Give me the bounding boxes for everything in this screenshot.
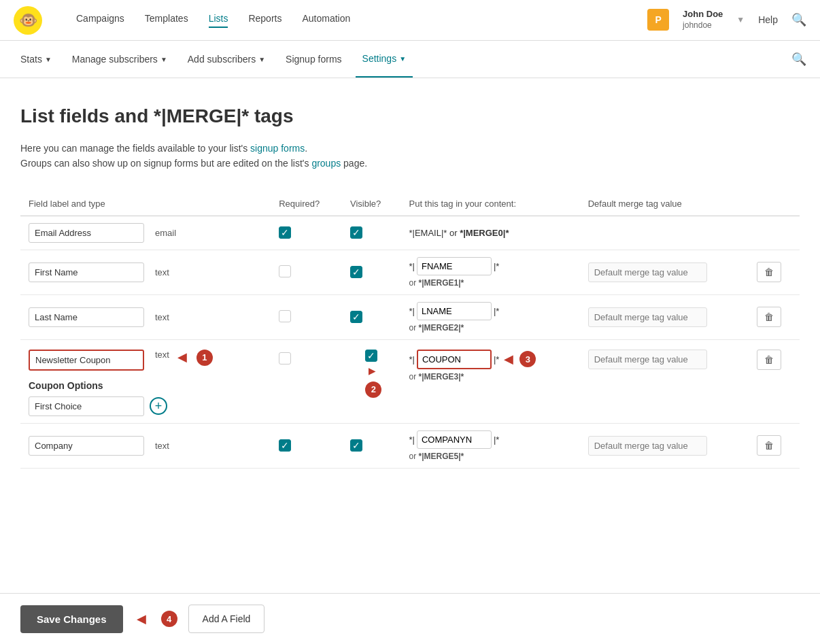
coupon-field-input[interactable]: [29, 350, 144, 371]
top-navigation: 🐵 Campaigns Templates Lists Reports Auto…: [0, 0, 820, 41]
chevron-down-icon: ▼: [399, 55, 406, 63]
coupon-first-choice-input[interactable]: [29, 396, 144, 416]
fname-delete-button[interactable]: 🗑: [757, 262, 781, 282]
fname-default-input[interactable]: [588, 262, 707, 282]
logo-area: 🐵: [14, 6, 56, 35]
lname-merge-tag-cell: *| |* or *|MERGE2|*: [401, 294, 580, 339]
arrow-up-icon: ▲: [366, 365, 380, 377]
page-description: Here you can manage the fields available…: [20, 141, 800, 171]
coupon-default-input[interactable]: [588, 350, 707, 369]
nav-reports[interactable]: Reports: [248, 13, 281, 28]
col-required: Required?: [271, 192, 342, 216]
lname-required-checkbox[interactable]: [279, 310, 291, 322]
nav-templates[interactable]: Templates: [145, 13, 188, 28]
page-title: List fields and *|MERGE|* tags: [20, 105, 800, 127]
search-icon[interactable]: 🔍: [791, 52, 806, 67]
company-field-type: text: [155, 441, 169, 451]
email-visible-checkbox[interactable]: ✓: [350, 226, 362, 239]
col-merge-tag: Put this tag in your content:: [401, 192, 580, 216]
coupon-options-label: Coupon Options: [29, 380, 262, 391]
email-merge-tag-cell: *|EMAIL|* or *|MERGE0|*: [401, 216, 580, 250]
company-field-input[interactable]: [29, 436, 144, 456]
table-row: text ✓ *| |* or *|MERGE1|*: [20, 250, 800, 294]
user-name: John Doe: [683, 9, 723, 20]
company-default-input[interactable]: [588, 436, 707, 456]
chevron-down-icon: ▼: [160, 56, 167, 63]
lname-delete-button[interactable]: 🗑: [757, 307, 781, 327]
table-row: text ◀ 1 Coupon Options +: [20, 339, 800, 423]
fname-merge-tag-cell: *| |* or *|MERGE1|*: [401, 250, 580, 294]
signup-forms-link[interactable]: signup forms: [250, 143, 305, 154]
user-avatar[interactable]: P: [647, 9, 669, 31]
col-visible: Visible?: [342, 192, 400, 216]
coupon-options-section: Coupon Options +: [29, 380, 262, 416]
lname-field-cell: text: [20, 294, 271, 339]
email-field-type: email: [155, 228, 176, 238]
mailchimp-logo[interactable]: 🐵: [14, 6, 42, 35]
company-merge-tag-cell: *| |* or *|MERGE5|*: [401, 423, 580, 468]
coupon-visible-checkbox[interactable]: ✓: [365, 350, 377, 362]
top-nav-right: P John Doe johndoe ▼ Help 🔍: [647, 9, 806, 31]
table-row: text ✓ ✓ *| |* or *|MERGE5|*: [20, 423, 800, 468]
badge-2: 2: [365, 382, 381, 398]
badge-3: 3: [519, 351, 536, 367]
company-field-cell: text: [20, 423, 271, 468]
subnav-manage-subscribers[interactable]: Manage subscribers ▼: [65, 41, 174, 77]
col-default-value: Default merge tag value: [580, 192, 749, 216]
sub-navigation: Stats ▼ Manage subscribers ▼ Add subscri…: [0, 41, 820, 78]
coupon-required-checkbox[interactable]: [279, 352, 291, 365]
fname-field-cell: text: [20, 250, 271, 294]
coupon-merge-tag-input[interactable]: [417, 350, 492, 369]
col-field-label: Field label and type: [20, 192, 271, 216]
lname-default-input[interactable]: [588, 307, 707, 327]
company-required-checkbox[interactable]: ✓: [279, 439, 291, 452]
coupon-field-cell: text ◀ 1 Coupon Options +: [20, 339, 271, 423]
user-info: John Doe johndoe: [683, 9, 723, 31]
subnav-add-subscribers[interactable]: Add subscribers ▼: [181, 41, 272, 77]
subnav-stats[interactable]: Stats ▼: [14, 41, 58, 77]
fname-merge-tag-input[interactable]: [417, 257, 492, 275]
fname-field-input[interactable]: [29, 262, 144, 282]
help-link[interactable]: Help: [758, 14, 778, 25]
arrow-right-icon: ◀: [504, 352, 513, 367]
nav-automation[interactable]: Automation: [302, 13, 350, 28]
fields-table: Field label and type Required? Visible? …: [20, 192, 800, 469]
chevron-down-icon: ▼: [258, 56, 265, 63]
fname-field-type: text: [155, 267, 169, 277]
table-row: text ✓ *| |* or *|MERGE2|*: [20, 294, 800, 339]
coupon-merge-tag-cell: *| |* ◀ 3 or *|MERGE3|*: [401, 339, 580, 423]
arrow-right-icon: ◀: [177, 350, 187, 365]
nav-campaigns[interactable]: Campaigns: [76, 13, 124, 28]
lname-merge-tag-input[interactable]: [417, 302, 492, 320]
coupon-delete-button[interactable]: 🗑: [757, 350, 781, 370]
company-visible-checkbox[interactable]: ✓: [350, 439, 362, 452]
coupon-field-type: text: [155, 350, 169, 360]
email-visible-cell: ✓: [342, 216, 400, 250]
main-content: List fields and *|MERGE|* tags Here you …: [0, 78, 820, 543]
subnav-signup-forms[interactable]: Signup forms: [279, 41, 348, 77]
add-coupon-option-button[interactable]: +: [150, 397, 167, 415]
top-nav-links: Campaigns Templates Lists Reports Automa…: [76, 13, 627, 28]
email-field-cell: email: [20, 216, 271, 250]
subnav-settings[interactable]: Settings ▼: [356, 41, 413, 78]
user-handle: johndoe: [683, 20, 723, 31]
table-row: email ✓ ✓ *|EMAIL|* or *|MERGE0|*: [20, 216, 800, 250]
company-delete-button[interactable]: 🗑: [757, 435, 781, 456]
groups-link[interactable]: groups: [311, 158, 341, 169]
nav-lists[interactable]: Lists: [209, 13, 228, 28]
fname-visible-checkbox[interactable]: ✓: [350, 266, 362, 278]
email-required-checkbox[interactable]: ✓: [279, 226, 291, 239]
lname-field-type: text: [155, 312, 169, 322]
search-icon[interactable]: 🔍: [791, 12, 806, 27]
lname-field-input[interactable]: [29, 307, 144, 327]
email-required-cell: ✓: [271, 216, 342, 250]
email-field-input[interactable]: [29, 223, 144, 243]
chevron-down-icon: ▼: [45, 56, 52, 63]
chevron-down-icon[interactable]: ▼: [736, 15, 745, 24]
lname-visible-checkbox[interactable]: ✓: [350, 311, 362, 323]
company-merge-tag-input[interactable]: [417, 430, 492, 449]
badge-1: 1: [197, 350, 213, 366]
fname-required-checkbox[interactable]: [279, 265, 291, 277]
coupon-first-choice-row: +: [29, 396, 262, 416]
